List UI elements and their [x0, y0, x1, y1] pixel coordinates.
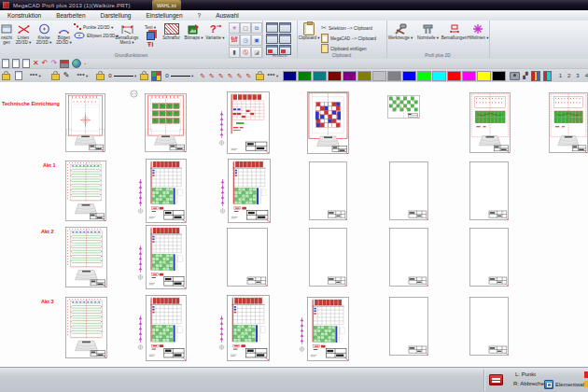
- sheet-number-2[interactable]: 2: [567, 73, 570, 78]
- drawing-thumbnail-schedule[interactable]: [307, 297, 349, 361]
- clipboard-button[interactable]: Clipboard ▾: [297, 21, 321, 40]
- line-width-value[interactable]: 0: [108, 73, 111, 78]
- punkte-button[interactable]: Punkte 2D/3D ▾: [74, 23, 113, 32]
- color-swatch[interactable]: [432, 71, 446, 81]
- chevron-down-icon[interactable]: ▾: [39, 74, 41, 78]
- dimension-arrows[interactable]: [217, 110, 226, 151]
- chevron-down-icon[interactable]: ▾: [86, 74, 88, 78]
- globe-icon[interactable]: [72, 59, 81, 68]
- drawing-thumbnail-empty[interactable]: [469, 297, 509, 356]
- clipped-view-button[interactable]: nsichtgen: [0, 21, 13, 46]
- color-swatch[interactable]: [343, 71, 357, 81]
- drawing-thumbnail-empty[interactable]: [389, 161, 428, 220]
- frame-icon[interactable]: ▢: [240, 22, 251, 34]
- drawing-thumbnail-empty[interactable]: [227, 228, 268, 287]
- color-swatch[interactable]: [462, 71, 476, 81]
- sheet-number-3[interactable]: 3: [576, 73, 579, 78]
- lock-icon[interactable]: [2, 74, 10, 80]
- color-swatch[interactable]: [313, 71, 327, 81]
- zoom-tool-icon[interactable]: ✎: [246, 73, 252, 79]
- drawing-thumbnail-empty[interactable]: [389, 228, 428, 287]
- color-swatch[interactable]: [492, 71, 506, 81]
- line-width-preview[interactable]: [114, 76, 133, 77]
- viewport-quad-icon[interactable]: [266, 34, 278, 44]
- lock-icon[interactable]: [51, 74, 60, 80]
- drawing-thumbnail-empty[interactable]: [469, 161, 509, 220]
- boegen-button[interactable]: Bögen2D/3D ▾: [54, 21, 74, 46]
- open-icon[interactable]: [12, 59, 20, 68]
- new-icon[interactable]: [2, 59, 9, 68]
- menu-tab-konstruktion[interactable]: Konstruktion: [0, 10, 49, 21]
- elm-icon[interactable]: [489, 374, 503, 385]
- drawing-thumbnail-schedule[interactable]: [227, 295, 270, 361]
- drawing-thumbnail-empty[interactable]: [469, 228, 509, 287]
- clock-icon[interactable]: ◷: [240, 35, 251, 46]
- chevron-down-icon[interactable]: ▾: [191, 74, 193, 78]
- drawing-thumbnail-empty[interactable]: [389, 297, 428, 356]
- star-icon[interactable]: ✳: [229, 22, 240, 34]
- dimension-arrows[interactable]: [136, 315, 145, 356]
- werkzeuge-button[interactable]: Werkzeuge ▾: [386, 21, 414, 40]
- viewport-icon[interactable]: [266, 22, 278, 33]
- drawing-thumbnail-small-panel[interactable]: [387, 95, 420, 119]
- dimension-arrows[interactable]: [217, 315, 226, 356]
- color-swatch[interactable]: [328, 71, 342, 81]
- row-label[interactable]: Technische Einrichtung: [2, 101, 60, 106]
- drawing-thumbnail-schedule[interactable]: [146, 295, 187, 361]
- drawing-thumbnail-green-band[interactable]: [549, 92, 588, 153]
- pen-icon[interactable]: ✎: [63, 72, 70, 79]
- zoom-tool-icon[interactable]: ✎: [209, 73, 215, 79]
- viewport-split-icon[interactable]: [279, 22, 291, 33]
- redo-icon[interactable]: ↷: [50, 60, 57, 67]
- drawing-thumbnail-auditorium[interactable]: [65, 227, 107, 287]
- zoom-tool-icon[interactable]: ✎: [237, 73, 243, 79]
- linien-button[interactable]: Linien2D/3D ▾: [13, 21, 34, 46]
- chevron-down-icon[interactable]: ▾: [134, 74, 136, 78]
- color-swatch[interactable]: [417, 71, 431, 81]
- schraffur-button[interactable]: Schraffur: [160, 21, 183, 40]
- delete-icon[interactable]: ✕: [33, 60, 39, 67]
- drawing-thumbnail-stage-red[interactable]: [65, 93, 105, 152]
- hilfslinien-button[interactable]: Hilfslinien ▾: [467, 21, 489, 40]
- grid-window-icon[interactable]: ▣: [251, 35, 262, 46]
- overlay-icon[interactable]: ⧉: [251, 22, 262, 34]
- clipboard-einfuegen-button[interactable]: Clipboard einfügen: [321, 44, 376, 53]
- menu-tab-auswahl[interactable]: Auswahl: [208, 10, 246, 21]
- group-value[interactable]: ***: [267, 73, 275, 78]
- color-swatch[interactable]: [387, 71, 401, 81]
- text-pin-button[interactable]: Ŧi: [147, 40, 153, 49]
- kreise-button[interactable]: Kreise2D/3D ▾: [34, 21, 54, 46]
- pen-value[interactable]: ***: [77, 73, 85, 78]
- color-swatch[interactable]: [477, 71, 491, 81]
- text-style-button[interactable]: [147, 32, 155, 40]
- zoom-tool-icon[interactable]: ✎: [218, 73, 224, 79]
- row-label[interactable]: Akt 2: [41, 229, 53, 234]
- lock-icon[interactable]: [256, 74, 264, 80]
- drawing-thumbnail-schedule[interactable]: [146, 225, 187, 289]
- selektion-clipboard-button[interactable]: ✂ Selektion --> Clipboard: [321, 23, 376, 33]
- toolbar-overflow[interactable]: ·: [84, 61, 86, 67]
- multicolor-icon[interactable]: [531, 71, 540, 81]
- dimension-arrows[interactable]: [136, 178, 145, 219]
- text-button[interactable]: Text ▾: [145, 23, 156, 32]
- elm-badge[interactable]: ELMD09: [229, 35, 240, 46]
- line-type-value[interactable]: 0: [165, 73, 168, 78]
- color-swatch[interactable]: [447, 71, 461, 81]
- row-label[interactable]: Akt 1: [43, 162, 55, 168]
- sheet-number-1[interactable]: 1: [559, 73, 562, 78]
- ellipsen-button[interactable]: Ellipsen 2D/3D ▾: [74, 32, 113, 40]
- drawing-canvas[interactable]: Technische EinrichtungAkt 1Akt 2Akt 3: [0, 82, 588, 367]
- fill-mode-icon[interactable]: ▞: [523, 72, 527, 79]
- color-swatch[interactable]: [372, 71, 386, 81]
- variante-button[interactable]: ? Variante ▾: [204, 21, 226, 40]
- drawing-thumbnail-dense-mix[interactable]: [307, 91, 349, 154]
- line-type-preview[interactable]: [171, 76, 190, 77]
- dimension-arrows[interactable]: [298, 316, 306, 357]
- lock-icon[interactable]: [96, 74, 105, 80]
- drawing-thumbnail-empty[interactable]: [309, 228, 347, 287]
- megacad-clipboard-button[interactable]: MegaCAD --> Clipboard: [321, 34, 376, 43]
- viewport-prev-icon[interactable]: [279, 34, 291, 44]
- color-swatch[interactable]: [298, 71, 312, 81]
- drawing-thumbnail-empty[interactable]: [309, 161, 347, 220]
- document-tab[interactable]: WAHL.ini: [152, 0, 181, 10]
